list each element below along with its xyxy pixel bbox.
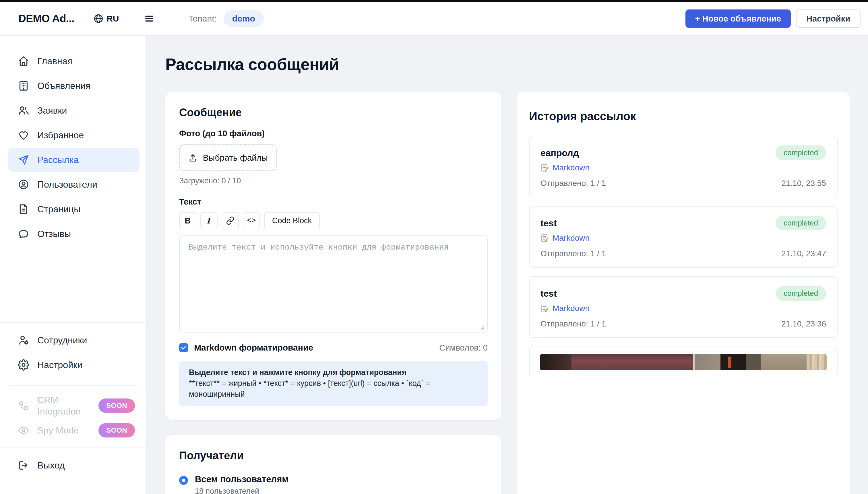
sidebar-item-label: Отзывы [37,228,71,240]
markdown-checkbox[interactable] [179,343,188,352]
status-badge: completed [776,286,826,301]
history-item[interactable]: test completed Markdown Отправлено: 1 / … [529,276,837,338]
sidebar-item-label: Избранное [37,129,84,141]
window-top-strip [0,0,868,2]
sidebar-item-label: Настройки [37,359,82,370]
choose-files-button[interactable]: Выбрать файлы [179,144,277,171]
sidebar-soon-nav: CRM Integration SOON Spy Mode SOON [0,388,146,448]
link-button[interactable] [222,212,239,229]
file-icon [18,203,29,215]
sidebar-item-broadcast[interactable]: Рассылка [8,148,140,172]
history-format-link[interactable]: Markdown [553,163,590,173]
history-item-title: еапролд [540,147,579,159]
formatting-hint: Выделите текст и нажмите кнопку для форм… [179,361,488,406]
history-item[interactable]: еапролд completed Markdown Отправлено: 1… [529,136,837,197]
sidebar-divider [9,385,137,385]
uploaded-counter: Загружено: 0 / 10 [179,176,488,186]
tenant-indicator: Tenant: demo [188,10,263,27]
history-sent-counter: Отправлено: 1 / 1 [540,178,606,188]
sidebar-item-label: CRM Integration [37,394,90,417]
code-block-button[interactable]: Code Block [264,212,320,229]
history-item[interactable]: test completed Markdown Отправлено: 1 / … [529,206,837,268]
history-item-title: test [540,288,557,299]
sidebar-item-staff[interactable]: Сотрудники [8,328,140,352]
photo-field-label: Фото (до 10 файлов) [179,128,488,138]
all-users-label[interactable]: Всем пользователям [195,474,289,485]
italic-button[interactable]: I [200,212,218,229]
recipients-card: Получатели Всем пользователям 18 пользов… [165,435,501,494]
history-format-link[interactable]: Markdown [553,304,590,313]
memo-icon [540,164,549,172]
globe-icon [93,14,104,24]
sidebar-item-favorites[interactable]: Избранное [8,123,140,147]
history-panel-title: История рассылок [529,109,837,123]
sidebar-item-spy-mode[interactable]: Spy Mode SOON [8,418,140,442]
page-title: Рассылка сообщений [165,55,850,74]
sidebar-item-reviews[interactable]: Отзывы [8,222,140,246]
users-icon [18,105,29,116]
sidebar-main-nav: Главная Объявления Заявки Избранное Расс… [0,49,146,246]
sidebar-item-label: Рассылка [37,154,79,166]
status-badge: completed [776,146,826,160]
memo-icon [540,234,549,242]
history-sent-counter: Отправлено: 1 / 1 [540,249,606,259]
status-badge: completed [776,216,826,230]
sidebar-item-announcements[interactable]: Объявления [8,74,140,98]
sidebar-item-label: Заявки [37,105,67,116]
history-photo-thumbnail [540,354,827,370]
history-date: 21.10, 23:55 [781,178,826,188]
sidebar-item-settings[interactable]: Настройки [8,353,140,377]
message-card-title: Сообщение [179,106,488,119]
sidebar-item-label: Выход [37,460,65,471]
char-counter: Символов: 0 [439,343,488,353]
memo-icon [540,304,549,313]
formatting-toolbar: B I <> Code Block [179,212,488,229]
language-code: RU [107,14,119,23]
sidebar-item-crm-integration[interactable]: CRM Integration SOON [8,394,140,418]
sidebar-item-label: Сотрудники [37,335,87,346]
sidebar-item-logout[interactable]: Выход [8,453,140,477]
logout-icon [18,460,29,471]
all-users-radio[interactable] [179,476,188,485]
history-panel: История рассылок еапролд completed Markd… [517,92,850,494]
sidebar-item-pages[interactable]: Страницы [8,197,140,221]
history-format-link[interactable]: Markdown [553,233,590,243]
sidebar-item-home[interactable]: Главная [8,49,140,73]
message-textarea[interactable] [179,235,488,332]
gear-icon [18,359,29,370]
user-circle-icon [18,179,29,190]
sidebar-secondary-nav: Сотрудники Настройки [0,323,146,382]
upload-icon [188,153,198,163]
send-icon [18,154,29,166]
heart-icon [18,129,29,141]
menu-toggle-button[interactable] [144,14,154,24]
bold-button[interactable]: B [179,212,196,229]
tenant-badge[interactable]: demo [224,10,264,27]
sidebar-item-label: Объявления [37,80,90,92]
main-content: Рассылка сообщений Сообщение Фото (до 10… [147,36,868,494]
markdown-checkbox-label[interactable]: Markdown форматирование [194,343,313,353]
app-header: DEMO Ad... RU Tenant: demo + Новое объяв… [0,2,868,36]
history-list: еапролд completed Markdown Отправлено: 1… [529,136,837,338]
sidebar-bottom: Сотрудники Настройки CRM Integration SOO… [0,322,146,494]
home-icon [18,55,29,67]
sidebar-item-requests[interactable]: Заявки [8,98,140,122]
building-icon [18,80,29,92]
sidebar-item-users[interactable]: Пользователи [8,172,140,196]
chat-icon [18,228,29,240]
history-item-partial[interactable] [529,346,837,494]
language-switcher[interactable]: RU [93,14,119,24]
sidebar-logout-nav: Выход [0,448,146,482]
link-icon [226,216,235,225]
checkmark-icon [181,344,187,351]
nodes-icon [18,400,29,411]
message-card: Сообщение Фото (до 10 файлов) Выбрать фа… [165,92,501,420]
new-announcement-button[interactable]: + Новое объявление [685,10,791,28]
history-date: 21.10, 23:47 [781,249,826,259]
tenant-label: Tenant: [188,14,217,23]
soon-badge: SOON [98,423,135,437]
inline-code-button[interactable]: <> [243,212,260,229]
user-gear-icon [18,335,29,346]
header-settings-button[interactable]: Настройки [796,10,861,28]
formatting-hint-title: Выделите текст и нажмите кнопку для форм… [189,367,478,378]
